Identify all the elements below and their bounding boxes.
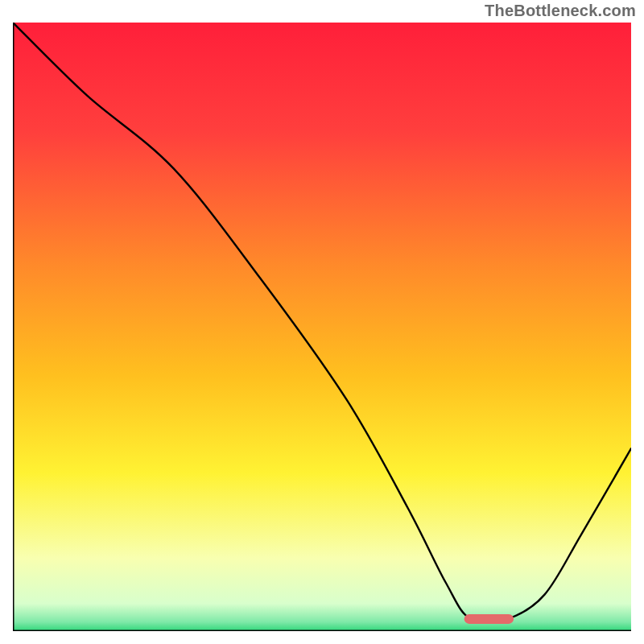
- watermark-text: TheBottleneck.com: [485, 2, 636, 20]
- bottleneck-chart: [13, 23, 631, 631]
- chart-container: [13, 23, 631, 631]
- optimal-marker: [464, 614, 514, 624]
- gradient-background: [13, 23, 631, 631]
